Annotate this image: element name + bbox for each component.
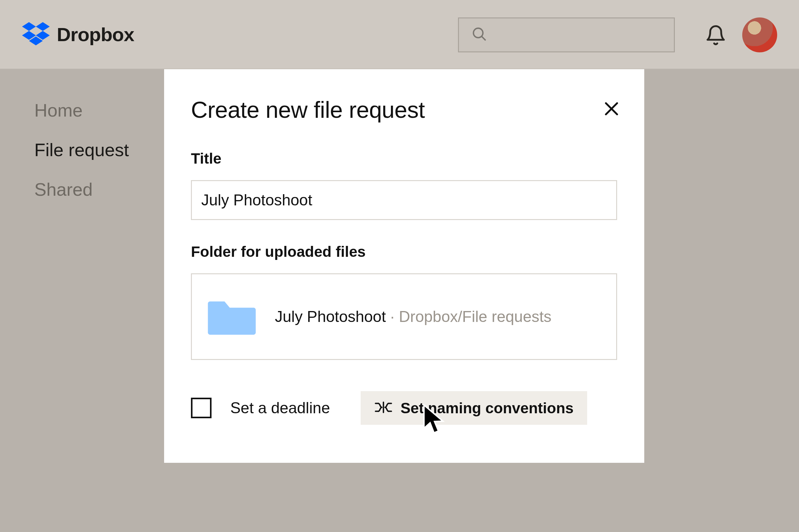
sidebar-item-home[interactable]: Home [34, 100, 129, 120]
folder-text: July Photoshoot · Dropbox/File requests [275, 308, 551, 326]
avatar[interactable] [742, 17, 777, 52]
title-label: Title [191, 150, 617, 167]
search-icon [471, 26, 488, 44]
folder-label: Folder for uploaded files [191, 243, 617, 260]
folder-selector[interactable]: July Photoshoot · Dropbox/File requests [191, 273, 617, 360]
svg-line-6 [482, 37, 486, 40]
notifications-icon[interactable] [705, 24, 727, 48]
sidebar: Home File request Shared [34, 100, 129, 200]
deadline-label: Set a deadline [230, 399, 330, 417]
set-naming-conventions-button[interactable]: Set naming conventions [361, 391, 587, 425]
sidebar-item-label: Home [34, 100, 83, 120]
dialog-heading: Create new file request [191, 97, 617, 123]
dropbox-logo-icon [22, 22, 50, 46]
app-header: Dropbox [0, 0, 799, 69]
folder-icon [207, 294, 257, 339]
options-row: Set a deadline Set naming conventions [191, 391, 617, 425]
title-input[interactable] [191, 180, 617, 220]
sidebar-item-shared[interactable]: Shared [34, 179, 129, 200]
brand: Dropbox [22, 22, 134, 46]
svg-marker-0 [22, 22, 36, 31]
svg-marker-1 [36, 22, 50, 31]
svg-point-5 [474, 28, 483, 38]
brand-name: Dropbox [57, 23, 134, 45]
naming-button-label: Set naming conventions [401, 400, 574, 417]
sidebar-item-file-request[interactable]: File request [34, 139, 129, 160]
create-file-request-dialog: Create new file request Title Folder for… [164, 69, 644, 463]
sidebar-item-label: File request [34, 140, 129, 160]
close-icon [603, 100, 620, 117]
deadline-checkbox[interactable] [191, 398, 212, 418]
folder-name: July Photoshoot [275, 308, 386, 325]
search-input[interactable] [458, 17, 675, 52]
sidebar-item-label: Shared [34, 179, 93, 200]
naming-icon [375, 400, 393, 415]
close-button[interactable] [603, 100, 620, 118]
folder-separator: · [386, 308, 399, 325]
folder-path: Dropbox/File requests [399, 308, 551, 325]
